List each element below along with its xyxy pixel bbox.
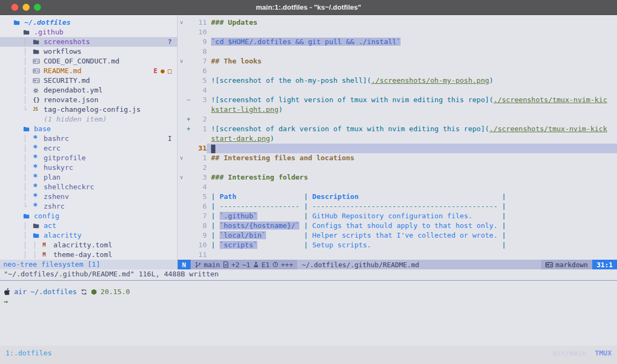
editor-line[interactable]: +1![screenshot of dark version of tmux w… — [178, 124, 617, 134]
editor-line[interactable]: ∨3### Interesting folders — [178, 173, 617, 182]
tmux-window-tab[interactable]: 1:.dotfiles — [5, 349, 52, 357]
tree-item-label: act — [44, 221, 56, 231]
tree-item[interactable]: (1 hidden item) — [0, 115, 177, 124]
tree-item[interactable]: │*huskyrc — [0, 163, 177, 173]
tree-item[interactable]: │SECURITY.md — [0, 76, 177, 85]
tree-item[interactable]: .github — [0, 27, 177, 37]
editor-line[interactable]: 4 — [178, 182, 617, 192]
apple-icon — [4, 288, 10, 296]
line-number: 3 — [192, 95, 207, 105]
tree-item[interactable]: │*plan — [0, 173, 177, 182]
text-segment: ------------------- — [220, 202, 300, 210]
status-badge: E — [153, 66, 157, 76]
git-sign-column — [185, 66, 192, 76]
editor-line[interactable]: kstart-light.png) — [178, 105, 617, 115]
tree-item[interactable]: │workflows — [0, 47, 177, 56]
editor-line-text: start-dark.png) — [207, 134, 617, 144]
tree-item[interactable]: │*bashrcI — [0, 134, 177, 144]
text-segment: ./screenshots/tmux-nvim-kic — [493, 96, 607, 104]
editor-line[interactable]: 6 — [178, 66, 617, 76]
tree-item[interactable]: │screenshots? — [0, 37, 177, 47]
tree-item[interactable]: │{}renovate.json — [0, 95, 177, 105]
git-sign-column — [185, 76, 192, 85]
fold-chevron-icon[interactable]: ∨ — [178, 56, 185, 66]
editor-line[interactable]: 4 — [178, 85, 617, 95]
editor-line[interactable]: 11 — [178, 250, 617, 260]
git-sign-column — [185, 231, 192, 240]
editor-line[interactable]: +2 — [178, 115, 617, 124]
tree-item[interactable]: ││Mtheme-day.toml — [0, 250, 177, 260]
tree-item[interactable]: ││Malacritty.toml — [0, 240, 177, 250]
editor-line[interactable]: 9| `local/bin` | Helper scripts that I'v… — [178, 231, 617, 240]
line-number: 2 — [192, 163, 207, 173]
editor-line-text: kstart-light.png) — [207, 105, 617, 115]
editor-line[interactable]: 5![screenshot of the oh-my-posh shell](.… — [178, 76, 617, 85]
tmux-status-bar: 1:.dotfiles air/main TMUX — [0, 346, 617, 364]
git-sign-column — [185, 105, 192, 115]
zoom-button[interactable] — [34, 4, 41, 11]
tree-item[interactable]: │dependabot.yml — [0, 85, 177, 95]
tree-item[interactable]: │README.mdE●□ — [0, 66, 177, 76]
fold-chevron-icon[interactable]: ∨ — [178, 18, 185, 27]
git-branch-name: main — [204, 261, 220, 269]
editor-line[interactable]: ∨7## The looks — [178, 56, 617, 66]
line-number: 9 — [192, 231, 207, 240]
tree-item[interactable]: base — [0, 124, 177, 134]
fold-column — [178, 231, 185, 240]
prompt-cwd: ~/.dotfiles — [30, 287, 76, 297]
editor-line[interactable]: 10| `scripts` | Setup scripts. | — [178, 240, 617, 250]
tree-item-label: shellcheckrc — [44, 182, 94, 192]
tree-item[interactable]: │*gitprofile — [0, 153, 177, 163]
editor-line[interactable]: start-dark.png) — [178, 134, 617, 144]
shell-pane[interactable]: air ~/.dotfiles 20.15.0 → — [0, 282, 617, 346]
tree-guide: │ — [23, 163, 33, 173]
line-number: 10 — [192, 27, 207, 37]
tree-item[interactable]: │*zshenv — [0, 192, 177, 202]
minimize-button[interactable] — [23, 4, 30, 11]
tree-item[interactable]: │act — [0, 221, 177, 231]
text-segment — [472, 212, 497, 220]
line-number: 5 — [192, 192, 207, 202]
fold-column — [178, 144, 185, 153]
editor-buffer[interactable]: ∨11### Updates109`cd $HOME/.dotfiles && … — [178, 15, 617, 260]
tree-item[interactable]: │alacritty — [0, 231, 177, 240]
node-version: 20.15.0 — [101, 287, 130, 297]
text-segment: ./screenshots/oh-my-posh.png — [371, 76, 489, 84]
editor-line[interactable]: 10 — [178, 27, 617, 37]
close-button[interactable] — [11, 4, 18, 11]
folder-open-icon — [23, 30, 32, 35]
fold-column — [178, 115, 185, 124]
editor-line[interactable]: 5| Path | Description | — [178, 192, 617, 202]
fold-chevron-icon[interactable]: ∨ — [178, 173, 185, 182]
tree-item[interactable]: │CODE_OF_CONDUCT.md — [0, 56, 177, 66]
tree-item[interactable]: ~/.dotfiles — [0, 18, 177, 27]
editor-line[interactable]: 7| `.github` | GitHub Repository configu… — [178, 211, 617, 221]
tree-item[interactable]: │*shellcheckrc — [0, 182, 177, 192]
tree-item[interactable]: └JStag-changelog-config.js — [0, 105, 177, 115]
tree-item[interactable]: └*zshrc — [0, 202, 177, 211]
editor-line[interactable]: ~3![screenshot of light version of tmux … — [178, 95, 617, 105]
git-sign-column — [185, 173, 192, 182]
prompt-host: air — [14, 287, 26, 297]
editor-line[interactable]: 31 — [178, 144, 617, 153]
fold-chevron-icon[interactable]: ∨ — [178, 153, 185, 163]
text-segment — [236, 192, 299, 201]
statusline-git-section: main +2 ~1 E1 +++ — [191, 260, 298, 269]
editor-line[interactable]: ∨1## Interesting files and locations — [178, 153, 617, 163]
text-segment: | — [299, 241, 312, 249]
editor-line[interactable]: 2 — [178, 163, 617, 173]
tree-guide: │ — [23, 134, 33, 144]
node-icon — [91, 289, 97, 295]
editor-line[interactable]: 8| `hosts/{hostname}/` | Configs that sh… — [178, 221, 617, 231]
editor-line-text: ### Updates — [207, 18, 617, 27]
tree-item[interactable]: │*ecrc — [0, 144, 177, 153]
editor-line[interactable]: 6| ------------------- | ---------------… — [178, 202, 617, 211]
editor-line[interactable]: 9`cd $HOME/.dotfiles && git pull && ./in… — [178, 37, 617, 47]
editor-line[interactable]: ∨11### Updates — [178, 18, 617, 27]
editor-line[interactable]: 8 — [178, 47, 617, 56]
line-number: 4 — [192, 85, 207, 95]
status-badge: ● — [161, 66, 165, 76]
tree-item[interactable]: config — [0, 211, 177, 221]
tree-guide: │ — [23, 66, 33, 76]
text-segment: kstart-light.png — [211, 105, 278, 113]
